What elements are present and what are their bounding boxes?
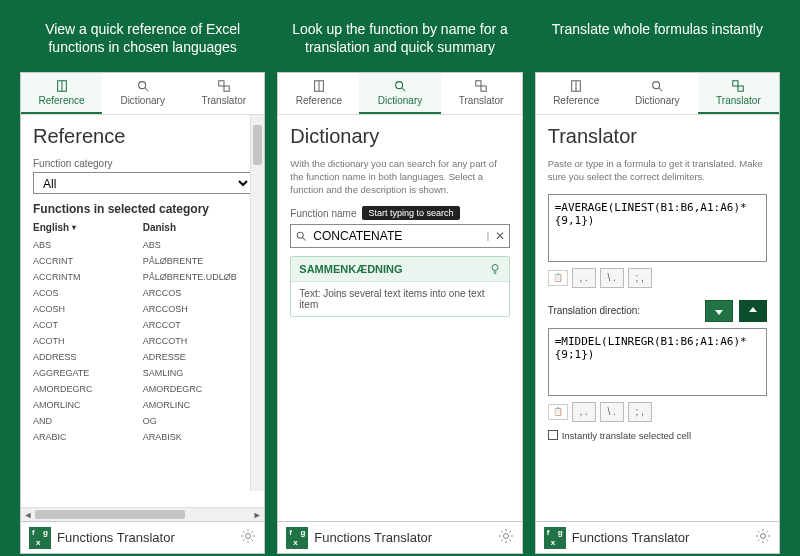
table-row[interactable]: ACOSHARCCOSH: [33, 301, 252, 317]
delim-b[interactable]: \ .: [600, 268, 624, 288]
tab-label: Reference: [296, 95, 342, 106]
tab-reference[interactable]: Reference: [536, 73, 617, 114]
tab-dictionary[interactable]: Dictionary: [617, 73, 698, 114]
scroll-thumb-x[interactable]: [35, 510, 185, 519]
delim-c[interactable]: ; ,: [628, 268, 652, 288]
dictionary-desc: With the dictionary you can search for a…: [290, 158, 509, 196]
svg-point-2: [138, 82, 145, 89]
delim-b[interactable]: \ .: [600, 402, 624, 422]
col-header-source[interactable]: English▾: [33, 222, 143, 233]
tab-label: Reference: [553, 95, 599, 106]
paste-icon[interactable]: 📋: [548, 270, 568, 286]
tab-reference[interactable]: Reference: [278, 73, 359, 114]
gear-icon[interactable]: [498, 528, 514, 547]
direction-label: Translation direction:: [548, 305, 699, 316]
svg-rect-12: [481, 86, 486, 91]
cell-source: ACOT: [33, 320, 143, 330]
formula-input[interactable]: =AVERAGE(LINEST(B1:B6,A1:A6)*{9,1}): [548, 194, 767, 262]
table-row[interactable]: AMORDEGRCAMORDEGRC: [33, 381, 252, 397]
search-input[interactable]: [311, 227, 481, 245]
vertical-scrollbar[interactable]: [250, 115, 264, 491]
translate-icon: [217, 79, 231, 93]
search-tooltip: Start typing to search: [362, 206, 459, 220]
search-icon: [650, 79, 664, 93]
search-input-wrap[interactable]: | ✕: [290, 224, 509, 248]
table-row[interactable]: ACOTHARCCOTH: [33, 333, 252, 349]
horizontal-scrollbar[interactable]: ◄ ►: [21, 507, 264, 521]
search-icon: [393, 79, 407, 93]
svg-point-13: [298, 233, 304, 239]
tab-translator[interactable]: Translator: [183, 73, 264, 114]
svg-rect-5: [224, 86, 229, 91]
search-icon: [136, 79, 150, 93]
formula-output[interactable]: =MIDDEL(LINREGR(B1:B6;A1:A6)*{9;1}): [548, 328, 767, 396]
table-row[interactable]: ANDOG: [33, 413, 252, 429]
cell-source: AMORLINC: [33, 400, 143, 410]
delim-a[interactable]: , .: [572, 402, 596, 422]
table-row[interactable]: ACOSARCCOS: [33, 285, 252, 301]
cell-source: AND: [33, 416, 143, 426]
app-name: Functions Translator: [572, 530, 749, 545]
svg-point-6: [246, 534, 251, 539]
svg-line-14: [303, 238, 306, 241]
tab-label: Reference: [38, 95, 84, 106]
scroll-thumb[interactable]: [253, 125, 262, 165]
table-row[interactable]: AGGREGATESAMLING: [33, 365, 252, 381]
cell-target: ARCCOTH: [143, 336, 253, 346]
tab-dictionary[interactable]: Dictionary: [102, 73, 183, 114]
tab-dictionary[interactable]: Dictionary: [359, 73, 440, 114]
app-logo: fgx: [544, 527, 566, 549]
panel-dictionary: Reference Dictionary Translator Dictiona…: [277, 72, 522, 522]
gear-icon[interactable]: [240, 528, 256, 547]
tab-translator[interactable]: Translator: [441, 73, 522, 114]
caption-dictionary: Look up the function by name for a trans…: [277, 20, 522, 58]
clear-icon[interactable]: ✕: [495, 229, 505, 243]
search-result[interactable]: SAMMENKÆDNING Text: Joins several text i…: [290, 256, 509, 317]
translate-icon: [731, 79, 745, 93]
paste-icon[interactable]: 📋: [548, 404, 568, 420]
translate-icon: [474, 79, 488, 93]
app-logo: fgx: [286, 527, 308, 549]
input-delimiters: 📋 , . \ . ; ,: [548, 268, 767, 288]
tab-label: Translator: [201, 95, 246, 106]
table-row[interactable]: AMORLINCAMORLINC: [33, 397, 252, 413]
page-title: Reference: [33, 125, 252, 148]
gear-icon[interactable]: [755, 528, 771, 547]
table-row[interactable]: ACCRINTMPÅLØBRENTE.UDLØB: [33, 269, 252, 285]
svg-line-10: [402, 88, 406, 92]
cell-target: ADRESSE: [143, 352, 253, 362]
tab-label: Dictionary: [120, 95, 164, 106]
scroll-right-icon[interactable]: ►: [250, 510, 264, 520]
table-row[interactable]: ACOTARCCOT: [33, 317, 252, 333]
function-table: English▾ Danish ABSABSACCRINTPÅLØBRENTEA…: [33, 220, 252, 501]
scroll-left-icon[interactable]: ◄: [21, 510, 35, 520]
tab-label: Translator: [716, 95, 761, 106]
tab-reference[interactable]: Reference: [21, 73, 102, 114]
category-select[interactable]: All: [33, 172, 252, 194]
table-row[interactable]: ACCRINTPÅLØBRENTE: [33, 253, 252, 269]
translator-desc: Paste or type in a formula to get it tra…: [548, 158, 767, 184]
tab-translator[interactable]: Translator: [698, 73, 779, 114]
col-header-target[interactable]: Danish: [143, 222, 253, 233]
tabs: Reference Dictionary Translator: [278, 73, 521, 115]
svg-line-3: [144, 88, 148, 92]
cell-target: ARCCOT: [143, 320, 253, 330]
direction-up-button[interactable]: [739, 300, 767, 322]
book-icon: [312, 79, 326, 93]
table-row[interactable]: ABSABS: [33, 237, 252, 253]
cell-source: ADDRESS: [33, 352, 143, 362]
cell-target: AMORDEGRC: [143, 384, 253, 394]
delim-a[interactable]: , .: [572, 268, 596, 288]
cell-target: PÅLØBRENTE: [143, 256, 253, 266]
direction-down-button[interactable]: [705, 300, 733, 322]
svg-point-18: [503, 534, 508, 539]
sort-icon: ▾: [72, 223, 76, 232]
instant-checkbox-row[interactable]: Instantly translate selected cell: [548, 430, 767, 441]
table-row[interactable]: ARABICARABISK: [33, 429, 252, 445]
cell-source: ABS: [33, 240, 143, 250]
tabs: Reference Dictionary Translator: [536, 73, 779, 115]
checkbox-icon[interactable]: [548, 430, 558, 440]
delim-c[interactable]: ; ,: [628, 402, 652, 422]
table-row[interactable]: ADDRESSADRESSE: [33, 349, 252, 365]
app-logo: f g x: [29, 527, 51, 549]
